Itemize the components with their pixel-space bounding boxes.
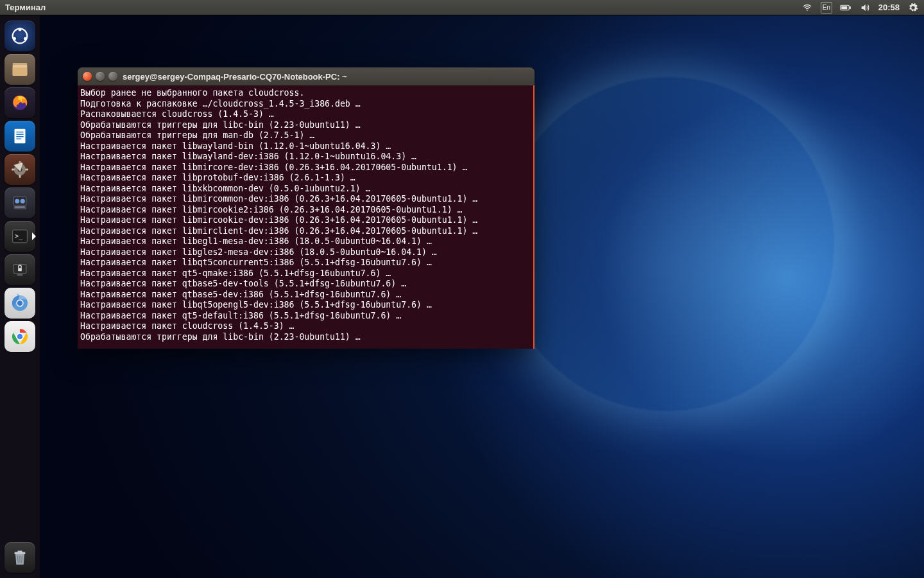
terminal-line: Настраивается пакет libmirclient-dev:i38… [80, 226, 531, 237]
volume-icon[interactable] [859, 2, 871, 13]
battery-icon[interactable] [840, 2, 851, 13]
svg-line-43 [22, 556, 22, 563]
svg-line-41 [17, 556, 18, 563]
keyboard-layout-icon[interactable]: En [821, 2, 832, 13]
system-tray: En 20:58 [801, 2, 919, 13]
terminal-line: Настраивается пакет qtbase5-dev-tools (5… [80, 279, 531, 290]
unity-launcher: >_ [0, 15, 40, 578]
svg-point-7 [13, 37, 16, 40]
clock[interactable]: 20:58 [878, 3, 900, 12]
dash-icon[interactable] [4, 21, 35, 51]
svg-rect-14 [16, 134, 23, 134]
svg-point-26 [21, 199, 25, 204]
terminal-line: Настраивается пакет libmircore-dev:i386 … [80, 162, 531, 173]
terminal-line: Настраивается пакет libmircookie2:i386 (… [80, 205, 531, 216]
active-app-menu[interactable]: Терминал [5, 3, 46, 12]
files-icon[interactable] [4, 54, 35, 85]
lock-screen-icon[interactable] [4, 254, 35, 285]
svg-rect-16 [16, 139, 21, 139]
terminal-line: Обрабатываются триггеры для man-db (2.7.… [80, 130, 531, 141]
svg-rect-32 [18, 268, 22, 271]
network-wifi-icon[interactable] [801, 2, 813, 13]
window-maximize-button[interactable] [108, 72, 117, 81]
svg-point-25 [15, 199, 19, 204]
window-controls [83, 72, 117, 81]
svg-point-5 [19, 28, 22, 31]
svg-rect-27 [15, 207, 25, 207]
terminal-line: Настраивается пакет libprotobuf-dev:i386… [80, 173, 531, 184]
terminal-line: Настраивается пакет libmircommon-dev:i38… [80, 194, 531, 205]
settings-gear-icon[interactable] [4, 154, 35, 185]
svg-text:>_: >_ [15, 232, 22, 240]
svg-rect-31 [17, 274, 23, 276]
terminal-line: Настраивается пакет libwayland-bin (1.12… [80, 141, 531, 152]
terminal-line: Настраивается пакет qt5-qmake:i386 (5.5.… [80, 268, 531, 279]
terminal-window[interactable]: sergey@sergey-Compaq-Presario-CQ70-Noteb… [78, 67, 535, 349]
terminal-line: Подготовка к распаковке …/cloudcross_1.4… [80, 99, 531, 110]
svg-rect-13 [16, 132, 23, 132]
svg-point-38 [17, 334, 23, 340]
svg-point-0 [807, 10, 808, 11]
terminal-line: Настраивается пакет qt5-default:i386 (5.… [80, 311, 531, 322]
terminal-icon[interactable]: >_ [4, 221, 35, 252]
terminal-line: Настраивается пакет libegl1-mesa-dev:i38… [80, 236, 531, 247]
terminal-line: Настраивается пакет libqt5concurrent5:i3… [80, 258, 531, 268]
writer-icon[interactable] [4, 121, 35, 152]
system-gear-icon[interactable] [907, 2, 919, 13]
terminal-line: Выбор ранее не выбранного пакета cloudcr… [80, 88, 531, 99]
svg-rect-3 [841, 6, 847, 9]
svg-rect-15 [16, 136, 23, 137]
svg-rect-22 [26, 169, 28, 171]
terminal-line: Обрабатываются триггеры для libc-bin (2.… [80, 120, 531, 131]
top-menu-bar: Терминал En 20:58 [0, 0, 924, 15]
window-close-button[interactable] [83, 72, 92, 81]
terminal-line: Настраивается пакет cloudcross (1.4.5-3)… [80, 321, 531, 332]
svg-rect-20 [19, 175, 21, 178]
terminal-output[interactable]: Выбор ранее не выбранного пакета cloudcr… [78, 85, 535, 349]
terminal-line: Настраивается пакет qtbase5-dev:i386 (5.… [80, 290, 531, 301]
svg-point-6 [24, 37, 27, 40]
chrome-icon[interactable] [4, 321, 35, 352]
svg-point-35 [17, 301, 23, 306]
terminal-line: Настраивается пакет libxkbcommon-dev (0.… [80, 184, 531, 195]
terminal-line: Настраивается пакет libmircookie-dev:i38… [80, 215, 531, 226]
terminal-line: Распаковывается cloudcross (1.4.5-3) … [80, 109, 531, 120]
firefox-icon[interactable] [4, 87, 35, 118]
svg-rect-2 [850, 6, 851, 9]
terminal-line: Настраивается пакет libwayland-dev:i386 … [80, 152, 531, 162]
svg-rect-21 [12, 169, 14, 171]
media-player-icon[interactable] [4, 188, 35, 218]
chromium-icon[interactable] [4, 288, 35, 319]
terminal-line: Настраивается пакет libqt5opengl5-dev:i3… [80, 300, 531, 311]
window-minimize-button[interactable] [96, 72, 105, 81]
svg-rect-10 [13, 67, 28, 76]
terminal-line: Настраивается пакет libgles2-mesa-dev:i3… [80, 247, 531, 258]
window-title: sergey@sergey-Compaq-Presario-CQ70-Noteb… [123, 72, 347, 82]
trash-icon[interactable] [4, 542, 35, 573]
svg-rect-40 [17, 550, 22, 552]
window-titlebar[interactable]: sergey@sergey-Compaq-Presario-CQ70-Noteb… [78, 67, 535, 85]
terminal-line: Обрабатываются триггеры для libc-bin (2.… [80, 332, 531, 343]
